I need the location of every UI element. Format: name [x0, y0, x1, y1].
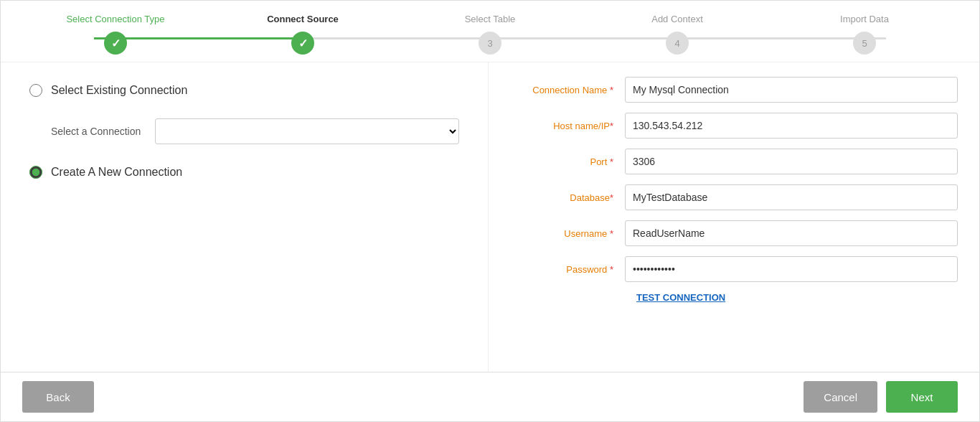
left-panel: Select Existing Connection Select a Conn… — [1, 62, 489, 372]
footer: Back Cancel Next — [1, 372, 979, 421]
database-label: Database* — [510, 192, 625, 203]
connection-select-dropdown[interactable] — [155, 118, 459, 144]
step-2-label: Connect Source — [267, 14, 339, 24]
next-button[interactable]: Next — [886, 381, 958, 413]
step-1-check-icon — [111, 37, 121, 50]
step-2-circle — [291, 32, 314, 55]
select-existing-radio[interactable] — [29, 84, 42, 97]
username-input[interactable] — [625, 220, 958, 246]
select-existing-label: Select Existing Connection — [51, 84, 187, 97]
main-container: Select Connection Type Connect Source Se… — [0, 0, 980, 422]
port-input[interactable] — [625, 149, 958, 174]
select-existing-option[interactable]: Select Existing Connection — [29, 84, 459, 97]
step-5-label: Import Data — [840, 14, 889, 24]
step-1-circle — [104, 32, 127, 55]
step-3-number: 3 — [487, 38, 492, 49]
host-row: Host name/IP* — [510, 113, 958, 139]
create-new-label: Create A New Connection — [51, 166, 182, 179]
stepper: Select Connection Type Connect Source Se… — [1, 1, 979, 62]
create-new-option[interactable]: Create A New Connection — [29, 166, 459, 179]
back-button[interactable]: Back — [22, 381, 94, 413]
step-3-circle: 3 — [479, 32, 501, 55]
footer-right-buttons: Cancel Next — [804, 381, 958, 413]
database-row: Database* — [510, 184, 958, 210]
connection-name-input[interactable] — [625, 77, 958, 103]
host-label: Host name/IP* — [510, 121, 625, 131]
step-4-label: Add Context — [651, 14, 703, 24]
password-required: * — [610, 264, 613, 275]
password-row: Password * — [510, 256, 958, 282]
host-required: * — [610, 121, 613, 131]
port-required: * — [610, 156, 613, 167]
select-connection-row: Select a Connection — [29, 118, 459, 144]
step-5-number: 5 — [862, 38, 867, 49]
test-connection-link[interactable]: TEST CONNECTION — [510, 292, 958, 303]
connection-name-row: Connection Name * — [510, 77, 958, 103]
content-area: Select Existing Connection Select a Conn… — [1, 62, 979, 372]
step-5-circle: 5 — [853, 32, 876, 55]
create-new-radio[interactable] — [29, 166, 42, 179]
step-4-number: 4 — [674, 38, 679, 49]
step-2: Connect Source — [231, 14, 374, 55]
username-row: Username * — [510, 220, 958, 246]
cancel-button[interactable]: Cancel — [804, 381, 877, 413]
password-input[interactable] — [625, 256, 958, 282]
connection-name-label: Connection Name * — [510, 85, 625, 95]
step-4-circle: 4 — [666, 32, 689, 55]
step-4: Add Context 4 — [606, 14, 749, 55]
port-label: Port * — [510, 156, 625, 167]
port-row: Port * — [510, 149, 958, 174]
select-connection-label: Select a Connection — [51, 126, 141, 137]
database-required: * — [610, 192, 613, 203]
step-2-check-icon — [298, 37, 308, 50]
host-input[interactable] — [625, 113, 958, 139]
username-required: * — [610, 228, 613, 239]
username-label: Username * — [510, 228, 625, 239]
step-5: Import Data 5 — [793, 14, 936, 55]
connection-name-required: * — [610, 85, 613, 95]
step-3: Select Table 3 — [418, 14, 562, 55]
step-1: Select Connection Type — [44, 14, 187, 55]
database-input[interactable] — [625, 184, 958, 210]
step-1-label: Select Connection Type — [66, 14, 164, 24]
step-3-label: Select Table — [465, 14, 516, 24]
right-panel: Connection Name * Host name/IP* Port * D… — [489, 62, 979, 372]
password-label: Password * — [510, 264, 625, 275]
